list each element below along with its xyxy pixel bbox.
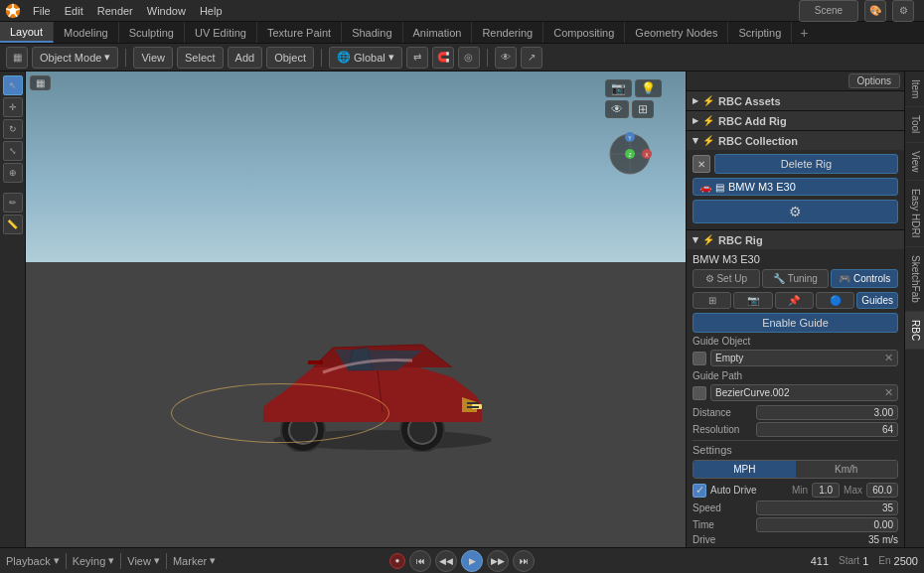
- tool-measure[interactable]: 📏: [3, 215, 23, 234]
- menu-window[interactable]: Window: [140, 0, 193, 21]
- scene-selector[interactable]: Scene: [799, 0, 858, 22]
- header-icon[interactable]: ▦: [6, 47, 28, 69]
- speed-value[interactable]: 35: [756, 501, 898, 515]
- distance-value[interactable]: 3.00: [756, 405, 898, 420]
- speed-row: Speed 35: [693, 501, 898, 515]
- tab-geometry-nodes[interactable]: Geometry Nodes: [625, 22, 728, 43]
- guide-object-field: Empty ✕: [693, 350, 898, 366]
- tab-controls[interactable]: 🎮 Controls: [831, 269, 898, 288]
- tool-scale[interactable]: ⤡: [3, 141, 23, 161]
- marker-menu[interactable]: Marker ▾: [173, 554, 216, 567]
- gear-row[interactable]: ⚙: [693, 200, 898, 223]
- tab-rendering[interactable]: Rendering: [472, 22, 543, 43]
- tab-uv-editing[interactable]: UV Editing: [185, 22, 257, 43]
- sub-tab-guides[interactable]: Guides: [856, 292, 898, 309]
- options-button[interactable]: Options: [848, 73, 900, 88]
- marker-chevron: ▾: [210, 554, 216, 567]
- settings-btn[interactable]: ⚙: [892, 0, 914, 22]
- min-value[interactable]: 1.0: [812, 483, 840, 498]
- blender-logo[interactable]: [4, 2, 22, 20]
- tab-shading[interactable]: Shading: [342, 22, 402, 43]
- menu-render[interactable]: Render: [90, 0, 140, 21]
- vtab-sketchfab[interactable]: SketchFab: [905, 247, 924, 312]
- snap-toggle[interactable]: 🧲: [432, 47, 454, 69]
- viewport-camera[interactable]: ▦: [30, 75, 51, 90]
- section-rbc-collection-header[interactable]: ▾ ⚡ RBC Collection: [687, 131, 904, 150]
- tool-annotate[interactable]: ✏: [3, 193, 23, 213]
- unit-kmh-btn[interactable]: Km/h: [796, 461, 898, 478]
- guide-object-input[interactable]: Empty ✕: [710, 350, 898, 366]
- sub-tab-2[interactable]: 📷: [733, 292, 772, 309]
- overlay-toggle[interactable]: 👁: [495, 47, 517, 69]
- object-menu[interactable]: Object: [266, 47, 314, 69]
- step-forward-button[interactable]: ▶▶: [487, 550, 509, 572]
- time-value[interactable]: 0.00: [756, 517, 898, 532]
- vtab-item[interactable]: Item: [905, 72, 924, 107]
- vtab-easy-hdri[interactable]: Easy HDRI: [905, 181, 924, 246]
- record-button[interactable]: ●: [389, 553, 405, 569]
- tab-setup[interactable]: ⚙ Set Up: [693, 269, 760, 288]
- start-label: Start: [839, 555, 859, 566]
- proportional-toggle[interactable]: ◎: [458, 47, 480, 69]
- view-menu[interactable]: View: [133, 47, 173, 69]
- delete-rig-button[interactable]: Delete Rig: [714, 154, 898, 174]
- gizmo-overlay[interactable]: 👁: [605, 100, 629, 118]
- tab-animation[interactable]: Animation: [403, 22, 473, 43]
- play-button[interactable]: ▶: [461, 550, 483, 572]
- sub-tab-3[interactable]: 📌: [775, 292, 814, 309]
- view-menu-bottom[interactable]: View ▾: [127, 554, 160, 567]
- jump-start-button[interactable]: ⏮: [409, 550, 431, 572]
- sub-tab-1[interactable]: ⊞: [693, 292, 731, 309]
- tool-transform[interactable]: ⊕: [3, 163, 23, 183]
- step-back-button[interactable]: ◀◀: [435, 550, 457, 572]
- gizmo-viewport[interactable]: ⊞: [632, 100, 654, 118]
- tab-tuning[interactable]: 🔧 Tuning: [762, 269, 830, 288]
- viewport[interactable]: ▦ 📷 💡 👁 ⊞ Y X: [26, 72, 686, 547]
- auto-drive-checkbox[interactable]: ✓: [693, 484, 706, 498]
- resolution-value[interactable]: 64: [756, 422, 898, 437]
- tab-sculpting[interactable]: Sculpting: [119, 22, 185, 43]
- unit-mph-btn[interactable]: MPH: [693, 461, 796, 478]
- section-rbc-rig-header[interactable]: ▾ ⚡ RBC Rig: [687, 230, 904, 249]
- tab-layout[interactable]: Layout: [0, 22, 54, 43]
- guide-path-value: BezierCurve.002: [715, 387, 881, 398]
- tab-texture-paint[interactable]: Texture Paint: [257, 22, 342, 43]
- tool-rotate[interactable]: ↻: [3, 119, 23, 139]
- guide-object-clear[interactable]: ✕: [884, 352, 893, 364]
- max-value[interactable]: 60.0: [866, 483, 898, 498]
- car-entry[interactable]: 🚗 ▤ BMW M3 E30: [693, 178, 898, 196]
- menu-edit[interactable]: Edit: [58, 0, 90, 21]
- mode-selector[interactable]: Object Mode ▾: [32, 47, 118, 69]
- guide-path-clear[interactable]: ✕: [884, 386, 893, 399]
- gizmo-camera[interactable]: 📷: [605, 79, 632, 97]
- select-menu[interactable]: Select: [177, 47, 224, 69]
- gizmo-toggle[interactable]: ↗: [521, 47, 542, 69]
- nav-gizmo[interactable]: Y X Z: [605, 129, 655, 179]
- end-value: 2500: [894, 555, 918, 567]
- keying-menu[interactable]: Keying ▾: [73, 554, 115, 567]
- menu-help[interactable]: Help: [193, 0, 230, 21]
- delete-rig-x-btn[interactable]: ✕: [693, 155, 710, 173]
- vtab-rbc[interactable]: RBC: [905, 312, 924, 350]
- tab-compositing[interactable]: Compositing: [543, 22, 625, 43]
- vtab-tool[interactable]: Tool: [905, 107, 924, 142]
- add-workspace-btn[interactable]: +: [792, 25, 816, 41]
- transform-toggle[interactable]: ⇄: [406, 47, 428, 69]
- vtab-view[interactable]: View: [905, 143, 924, 182]
- renderer-cycles[interactable]: 🎨: [864, 0, 886, 22]
- section-rbc-assets-header[interactable]: ▸ ⚡ RBC Assets: [687, 91, 904, 110]
- enable-guide-button[interactable]: Enable Guide: [693, 313, 898, 333]
- playback-menu[interactable]: Playback ▾: [6, 554, 60, 567]
- tab-scripting[interactable]: Scripting: [728, 22, 792, 43]
- sub-tab-4[interactable]: 🔵: [816, 292, 854, 309]
- tool-cursor[interactable]: ↖: [3, 75, 23, 95]
- transform-global[interactable]: 🌐 Global ▾: [329, 47, 402, 69]
- add-menu[interactable]: Add: [228, 47, 263, 69]
- section-rbc-add-rig-header[interactable]: ▸ ⚡ RBC Add Rig: [687, 111, 904, 130]
- tool-move[interactable]: ✛: [3, 97, 23, 117]
- gizmo-light[interactable]: 💡: [635, 79, 662, 97]
- guide-path-input[interactable]: BezierCurve.002 ✕: [710, 384, 898, 401]
- tab-modeling[interactable]: Modeling: [54, 22, 119, 43]
- menu-file[interactable]: File: [26, 0, 58, 21]
- jump-end-button[interactable]: ⏭: [513, 550, 535, 572]
